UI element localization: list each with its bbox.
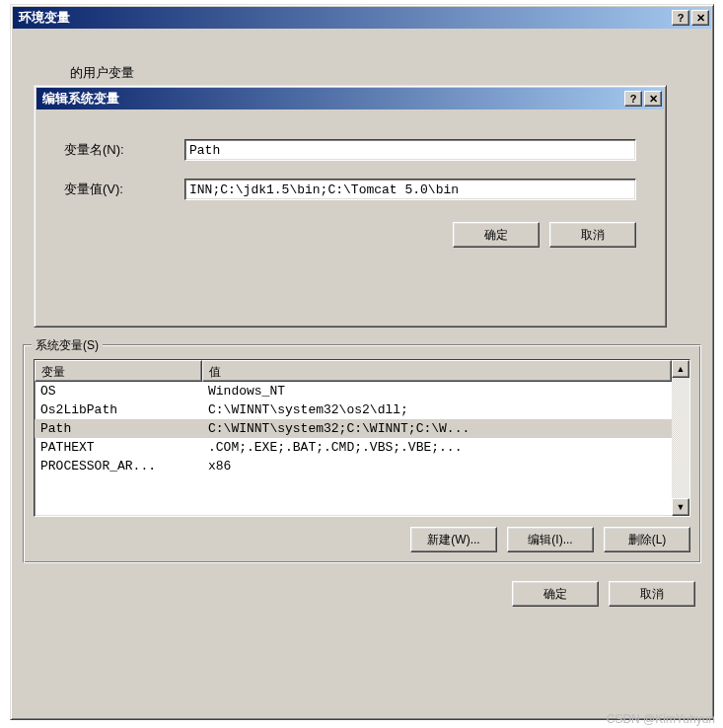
edit-titlebar: 编辑系统变量 ? ✕ <box>36 88 664 109</box>
scroll-track[interactable] <box>672 378 689 498</box>
header-variable[interactable]: 变量 <box>35 360 202 382</box>
parent-titlebar: 环境变量 ? ✕ <box>13 7 711 29</box>
system-variables-title: 系统变量(S) <box>32 337 103 354</box>
edit-help-button[interactable]: ? <box>624 91 642 107</box>
variable-name-label: 变量名(N): <box>46 141 184 159</box>
delete-button[interactable]: 删除(L) <box>604 527 690 552</box>
edit-close-button[interactable]: ✕ <box>644 91 662 107</box>
edit-cancel-button[interactable]: 取消 <box>549 222 636 248</box>
edit-ok-button[interactable]: 确定 <box>453 222 540 248</box>
table-row[interactable]: PATHEXT .COM;.EXE;.BAT;.CMD;.VBS;.VBE;..… <box>35 438 672 457</box>
list-body: OS Windows_NT Os2LibPath C:\WINNT\system… <box>35 382 672 475</box>
variable-value-input[interactable] <box>184 179 636 200</box>
table-row[interactable]: Path C:\WINNT\system32;C:\WINNT;C:\W... <box>35 419 672 438</box>
parent-ok-button[interactable]: 确定 <box>512 581 599 607</box>
parent-cancel-button[interactable]: 取消 <box>609 581 695 607</box>
table-row[interactable]: OS Windows_NT <box>35 382 672 400</box>
edit-dialog-title: 编辑系统变量 <box>42 90 622 108</box>
edit-button[interactable]: 编辑(I)... <box>507 527 594 552</box>
parent-help-button[interactable]: ? <box>672 10 689 26</box>
user-variables-partial-label: 的用户变量 <box>70 64 134 82</box>
header-value[interactable]: 值 <box>202 360 672 382</box>
parent-close-button[interactable]: ✕ <box>691 10 709 26</box>
table-row[interactable]: PROCESSOR_AR... x86 <box>35 457 672 475</box>
parent-window-title: 环境变量 <box>19 9 670 27</box>
system-variables-list[interactable]: 变量 值 OS Windows_NT Os2LibPath C:\WINNT\s… <box>34 359 690 517</box>
watermark-text: CSDN @KimYuhyun <box>607 712 715 726</box>
list-scrollbar[interactable]: ▲ ▼ <box>672 360 689 516</box>
system-variables-groupbox: 系统变量(S) 变量 值 OS Windows_NT Os2LibPath <box>23 344 701 563</box>
scroll-down-button[interactable]: ▼ <box>672 498 689 516</box>
list-header: 变量 值 <box>35 360 672 382</box>
variable-name-input[interactable] <box>184 139 636 161</box>
table-row[interactable]: Os2LibPath C:\WINNT\system32\os2\dll; <box>35 400 672 419</box>
new-button[interactable]: 新建(W)... <box>410 527 497 552</box>
variable-value-label: 变量值(V): <box>46 181 184 198</box>
scroll-up-button[interactable]: ▲ <box>672 360 689 378</box>
edit-system-variable-dialog: 编辑系统变量 ? ✕ 变量名(N): 变量值(V): 确定 取消 <box>34 85 667 328</box>
